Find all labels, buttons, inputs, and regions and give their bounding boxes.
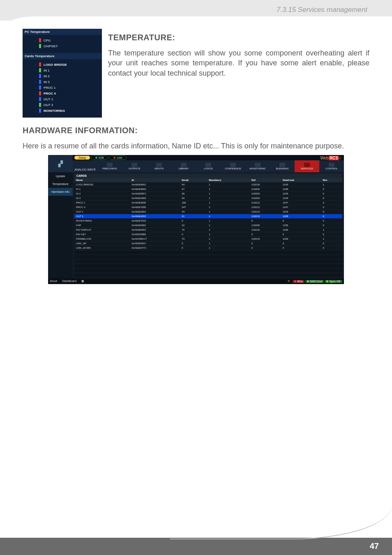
table-cell: 1235 [281, 223, 321, 228]
table-row[interactable]: IN 30xA92E246850121020312430 [74, 196, 342, 201]
table-cell: 0 [321, 201, 342, 205]
table-cell: 47 [180, 187, 207, 192]
nav-monitoring[interactable]: MONITORING [245, 160, 270, 172]
temp-item-label: IN 3 [44, 80, 50, 84]
status-indicator [39, 86, 41, 90]
footer-dashboard[interactable]: DashBoard [62, 280, 76, 282]
nav-outputs[interactable]: OUTPUTS [122, 160, 147, 172]
table-cell: 1 [207, 237, 250, 241]
status-indicator [39, 38, 41, 42]
nav-label: OUTPUTS [129, 167, 141, 170]
nav-icon [107, 163, 113, 167]
table-cell: OUT 2 [74, 214, 130, 219]
pc-temperature-header: PC Temperature [23, 29, 102, 35]
table-row[interactable]: LOGO BRIDGE0xA92E994C54121021812431 [74, 183, 342, 187]
table-cell: 1226 [281, 228, 321, 232]
tab-live[interactable]: Live [109, 155, 127, 160]
table-row-empty [74, 268, 342, 273]
table-cell: 1 [207, 246, 250, 250]
table-cell: FRAMELOCK [74, 237, 130, 241]
nav-control[interactable]: CONTROL [319, 160, 344, 172]
table-row[interactable]: MONITORING0xA92E75A501000 [74, 219, 342, 223]
table-row[interactable]: IN 10xA92E990D47121020212280 [74, 187, 342, 192]
sidebar-item-hardware-info[interactable]: Hardware Info [48, 188, 73, 196]
table-cell: 0 [180, 232, 207, 237]
table-cell: 1 [321, 237, 342, 241]
analog-way-label: ANALOG WAY® [73, 160, 97, 172]
table-cell: 0 [321, 196, 342, 201]
table-cell: 44 [180, 210, 207, 214]
status-badge: iRck [293, 280, 304, 283]
sidebar-item-temperature[interactable]: Temperature [48, 180, 73, 188]
temp-item: -LOGO BRIDGE [34, 62, 99, 67]
table-cell: 183 [180, 201, 207, 205]
table-cell: 0xA92E994C [130, 183, 180, 187]
table-cell: 210205 [250, 223, 281, 228]
table-cell: IN 3 [74, 196, 130, 201]
status-badge: SMX12x4 [305, 280, 324, 283]
status-indicator [39, 91, 41, 95]
sidebar-item-update[interactable]: Update [48, 172, 73, 180]
nav-library[interactable]: LIBRARY [171, 160, 196, 172]
table-cell: 79 [180, 237, 207, 241]
app-logo: ▞ [48, 155, 73, 172]
nav-label: PRECONFIG [102, 167, 117, 170]
nav-label: BLENDING [276, 167, 289, 170]
table-cell: MONITORING [74, 219, 130, 223]
temp-item: -IN 1 [34, 67, 99, 73]
table-cell: 21 [180, 214, 207, 219]
tab-edit[interactable]: Edit [91, 155, 108, 160]
table-row[interactable]: LINK_DOWN0xA92E377C01000 [74, 246, 342, 250]
nav-logos[interactable]: LOGOS [196, 160, 221, 172]
table-row[interactable]: FGP0xA92E639022121020512350 [74, 223, 342, 228]
table-row[interactable]: IN 20xA92E83FC28121020212030 [74, 192, 342, 196]
nav-icon [230, 163, 236, 167]
reload-icon[interactable]: ↻ [288, 280, 290, 283]
table-row[interactable]: FRAMELOCK0xA04DBAC779121021512261 [74, 237, 342, 241]
table-cell: 210203 [250, 196, 281, 201]
temp-item: -PROC 4 [34, 90, 99, 96]
nav-confidence[interactable]: CONFIDENCE [221, 160, 245, 172]
table-cell: 0xA92E990D [130, 187, 180, 192]
nav-inputs[interactable]: INPUTS [147, 160, 171, 172]
breadcrumb: 7.3.15 Services management [277, 6, 367, 14]
status-indicator [39, 80, 41, 84]
nav-icon [329, 163, 334, 167]
table-cell: 1228 [281, 187, 321, 192]
nav-label: SERVICES [301, 167, 313, 170]
cards-table: NameIdSerialMandatoryRefDateCodeRev LOGO… [74, 178, 342, 277]
table-row[interactable]: OUT 10xA92E295344121021312430 [74, 210, 342, 214]
table-cell: 0xA92E423C [130, 214, 180, 219]
table-row[interactable]: FAV DISPLAY0xA92E640C75121021612261 [74, 228, 342, 232]
footer-about[interactable]: About [50, 280, 57, 282]
temp-item-label: IN 1 [44, 69, 50, 72]
table-cell: 0xA92E75A5 [130, 219, 180, 223]
status-indicator [39, 68, 41, 72]
table-cell: 0 [180, 219, 207, 223]
table-cell: 0 [180, 241, 207, 246]
footer-dashboard-icon[interactable]: ▦ [81, 280, 84, 282]
table-cell: 1243 [281, 210, 321, 214]
table-row[interactable]: PROC 10xA92E4E6F183121021212470 [74, 201, 342, 205]
temp-item-label: CHIPSET [44, 44, 58, 48]
temp-item: -CHIPSET [34, 43, 99, 49]
nav-icon [205, 163, 211, 167]
table-row-empty [74, 250, 342, 255]
nav-services[interactable]: SERVICES [295, 160, 319, 172]
table-cell: 1226 [281, 237, 321, 241]
nav-blending[interactable]: BLENDING [270, 160, 295, 172]
table-cell: 1 [207, 201, 250, 205]
nav-icon [181, 163, 187, 167]
table-row[interactable]: OUT 20xA92E423C21121021312280 [74, 214, 342, 219]
table-row[interactable]: LINK_UP0xA92E931F01000 [74, 241, 342, 246]
status-indicator [39, 44, 41, 48]
nav-label: CONTROL [325, 167, 337, 170]
tab-setup[interactable]: Setup [74, 156, 90, 160]
temperature-body: The temperature section will show you so… [108, 48, 369, 78]
temp-item-label: PROC 4 [44, 92, 56, 95]
table-row[interactable]: PROC 40xA92E7938247121021212470 [74, 205, 342, 210]
table-cell: 0 [321, 219, 342, 223]
table-cell: LOGO BRIDGE [74, 183, 130, 187]
nav-preconfig[interactable]: PRECONFIG [97, 160, 122, 172]
table-row[interactable]: FAV KEY0xA92E25B001000 [74, 232, 342, 237]
